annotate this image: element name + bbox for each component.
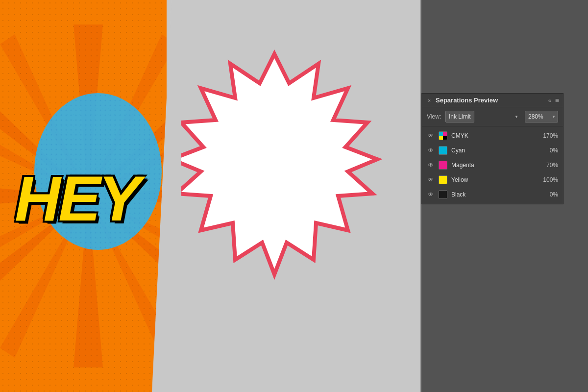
yellow-visibility-toggle[interactable]: 👁 (427, 176, 435, 184)
cmyk-swatch (439, 131, 447, 140)
cmyk-visibility-toggle[interactable]: 👁 (427, 132, 435, 140)
yellow-channel-name: Yellow (451, 176, 537, 183)
burst-shape (152, 39, 397, 294)
zoom-select[interactable]: 280% (525, 111, 558, 122)
canvas-area: HEY (0, 0, 421, 392)
comic-text: HEY (15, 167, 138, 230)
cmyk-yellow-quarter (439, 136, 443, 140)
cyan-channel-name: Cyan (451, 147, 537, 154)
cmyk-cyan-quarter (439, 132, 443, 136)
channel-row-black: 👁 Black 0% (422, 187, 563, 202)
black-channel-name: Black (451, 191, 537, 198)
view-select[interactable]: Ink Limit (445, 111, 474, 122)
panel-title-left: × Separations Preview (426, 97, 498, 104)
black-visibility-toggle[interactable]: 👁 (427, 191, 435, 198)
channels-list: 👁 CMYK 170% 👁 Cyan 0% 👁 Magenta 70% (422, 126, 563, 204)
channel-row-magenta: 👁 Magenta 70% (422, 158, 563, 172)
magenta-swatch (439, 161, 447, 170)
yellow-channel-value: 100% (541, 176, 558, 183)
cyan-visibility-toggle[interactable]: 👁 (427, 147, 435, 154)
panel-collapse-button[interactable]: « (548, 98, 551, 103)
cmyk-magenta-quarter (443, 132, 447, 136)
cmyk-channel-name: CMYK (451, 132, 537, 139)
panel-menu-button[interactable]: ≡ (555, 97, 559, 104)
cyan-swatch (439, 146, 447, 155)
channel-row-cmyk: 👁 CMYK 170% (422, 128, 563, 143)
view-label: View: (427, 113, 441, 120)
cyan-channel-value: 0% (541, 147, 558, 154)
view-select-wrapper: Ink Limit (445, 111, 521, 122)
panel-titlebar-icons: « ≡ (548, 97, 559, 104)
zoom-select-wrapper: 280% (525, 111, 558, 122)
yellow-swatch (439, 175, 447, 184)
channel-row-cyan: 👁 Cyan 0% (422, 143, 563, 158)
view-row: View: Ink Limit 280% (422, 107, 563, 126)
channel-row-yellow: 👁 Yellow 100% (422, 172, 563, 187)
comic-left-panel: HEY (0, 0, 176, 392)
magenta-channel-value: 70% (541, 162, 558, 169)
magenta-visibility-toggle[interactable]: 👁 (427, 161, 435, 169)
panel-titlebar: × Separations Preview « ≡ (422, 94, 563, 107)
panel-close-button[interactable]: × (426, 97, 433, 104)
black-channel-value: 0% (541, 191, 558, 198)
cmyk-channel-value: 170% (541, 132, 558, 139)
separations-preview-panel: × Separations Preview « ≡ View: Ink Limi… (421, 93, 564, 204)
black-swatch (439, 190, 447, 199)
magenta-channel-name: Magenta (451, 162, 537, 169)
panel-title: Separations Preview (436, 97, 498, 104)
canvas-right (167, 0, 421, 392)
cmyk-black-quarter (443, 136, 447, 140)
